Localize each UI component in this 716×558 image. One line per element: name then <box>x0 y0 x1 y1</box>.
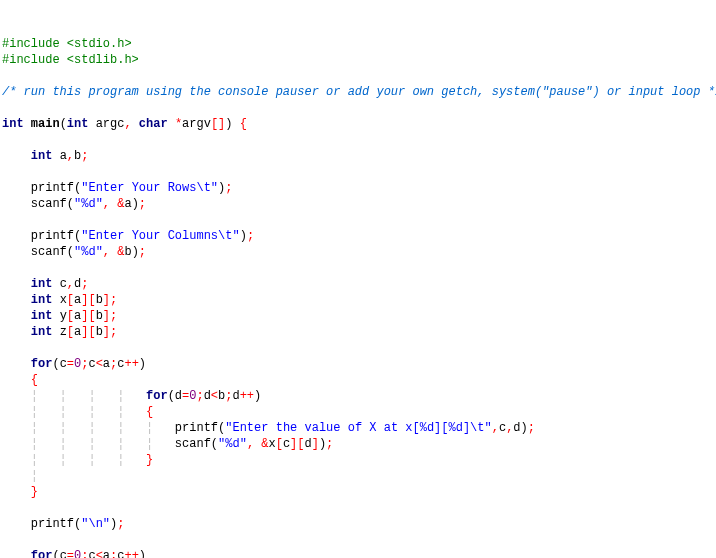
tok: ) <box>132 245 139 259</box>
tok: ; <box>247 229 254 243</box>
tok: ; <box>110 293 117 307</box>
tok: , <box>67 149 74 163</box>
tok: ( <box>52 549 59 558</box>
tok: ; <box>117 517 124 531</box>
tok: for <box>31 357 53 371</box>
tok: "Enter Your Rows\t" <box>81 181 218 195</box>
code-viewer: #include <stdio.h> #include <stdlib.h> /… <box>2 36 714 558</box>
tok: , <box>124 117 131 131</box>
tok: /* run this program using the console pa… <box>2 85 716 99</box>
tok: ¦ ¦ ¦ ¦ <box>31 405 146 419</box>
tok: "%d" <box>218 437 247 451</box>
tok: ; <box>139 197 146 211</box>
tok: ; <box>81 149 88 163</box>
tok: ; <box>81 277 88 291</box>
tok: #include <box>2 53 67 67</box>
tok: ) <box>254 389 261 403</box>
tok: } <box>146 453 153 467</box>
tok: <stdlib.h> <box>67 53 139 67</box>
tok: { <box>31 373 38 387</box>
tok: int <box>31 309 53 323</box>
tok: <stdio.h> <box>67 37 132 51</box>
tok: "%d" <box>74 245 103 259</box>
tok: "%d" <box>74 197 103 211</box>
tok: "Enter the value of X at x[%d][%d]\t" <box>225 421 491 435</box>
tok: ) <box>521 421 528 435</box>
tok: int <box>2 117 24 131</box>
tok: , <box>67 277 74 291</box>
tok: , <box>103 197 110 211</box>
tok: ; <box>225 181 232 195</box>
tok: ) <box>240 229 247 243</box>
tok: ; <box>196 389 203 403</box>
tok: ) <box>132 197 139 211</box>
tok: { <box>240 117 247 131</box>
tok: #include <box>2 37 67 51</box>
tok: ¦ ¦ ¦ ¦ ¦ <box>31 437 175 451</box>
tok: "\n" <box>81 517 110 531</box>
tok: ( <box>60 117 67 131</box>
tok: for <box>146 389 168 403</box>
tok: , <box>103 245 110 259</box>
tok: int <box>67 117 89 131</box>
tok: ( <box>211 437 218 451</box>
tok: ¦ <box>31 469 60 483</box>
tok: ; <box>110 325 117 339</box>
tok: ) <box>225 117 232 131</box>
tok: for <box>31 549 53 558</box>
tok: ; <box>110 309 117 323</box>
tok: , <box>492 421 499 435</box>
tok: { <box>146 405 153 419</box>
tok: ( <box>67 197 74 211</box>
tok: ( <box>168 389 175 403</box>
tok: ; <box>139 245 146 259</box>
tok: int <box>31 293 53 307</box>
tok: ¦ ¦ ¦ ¦ <box>31 389 146 403</box>
tok: ¦ ¦ ¦ ¦ <box>31 453 146 467</box>
tok: ) <box>139 357 146 371</box>
tok: int <box>31 325 53 339</box>
tok: "Enter Your Columns\t" <box>81 229 239 243</box>
tok: ) <box>139 549 146 558</box>
tok: ; <box>528 421 535 435</box>
tok: ; <box>326 437 333 451</box>
tok: , <box>247 437 254 451</box>
tok: char <box>139 117 168 131</box>
tok: int <box>31 277 53 291</box>
tok: } <box>31 485 38 499</box>
tok: int <box>31 149 53 163</box>
tok: ( <box>52 357 59 371</box>
tok: ¦ ¦ ¦ ¦ ¦ <box>31 421 175 435</box>
tok: ( <box>67 245 74 259</box>
